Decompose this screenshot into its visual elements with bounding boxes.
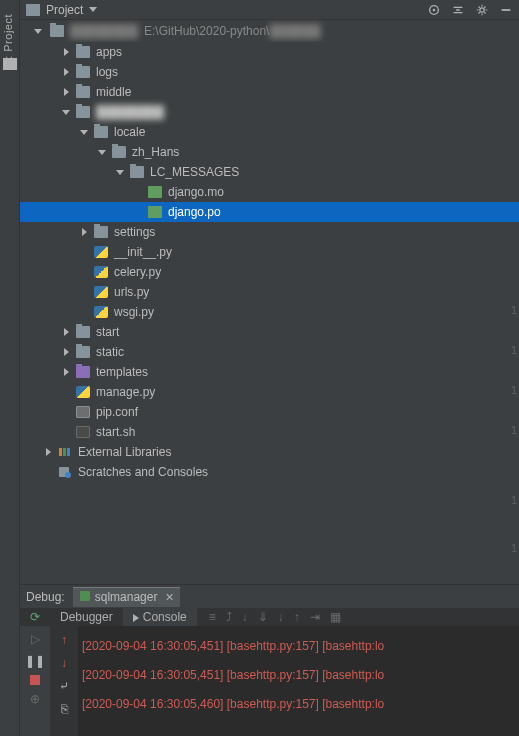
project-root-row[interactable]: ████████ E:\GitHub\2020-python\ ██████ [20, 20, 519, 42]
svg-point-2 [480, 7, 484, 11]
chevron-right-icon[interactable] [60, 46, 72, 58]
tree-node-label: locale [114, 125, 145, 139]
folder-icon [130, 166, 144, 178]
tree-row[interactable]: External Libraries [20, 442, 519, 462]
chevron-down-icon[interactable] [89, 7, 97, 12]
project-tree[interactable]: 1 1 appslogsmiddle████████localezh_HansL… [20, 42, 519, 584]
gear-icon[interactable] [475, 3, 489, 17]
svg-rect-3 [502, 9, 511, 11]
up-stack-icon[interactable]: ⤴ [226, 610, 232, 624]
step-into-icon[interactable]: ⇓ [258, 610, 268, 624]
tree-node-label: start [96, 325, 119, 339]
tree-node-label: External Libraries [78, 445, 171, 459]
tree-row[interactable]: start [20, 322, 519, 342]
tree-node-label: templates [96, 365, 148, 379]
po-icon [148, 206, 162, 218]
resume-icon[interactable]: ▷ [27, 631, 43, 647]
tree-row[interactable]: locale [20, 122, 519, 142]
chevron-right-icon[interactable] [60, 86, 72, 98]
layout-icon[interactable]: ▦ [330, 610, 341, 624]
pause-icon[interactable]: ❚❚ [27, 653, 43, 669]
po-icon [148, 186, 162, 198]
tree-row[interactable]: django.po [20, 202, 519, 222]
console-gutter: ↑ ↓ ⤶ ⎘ [50, 626, 78, 736]
tree-row[interactable]: start.sh1 [20, 422, 519, 442]
step-out-icon[interactable]: ↓ [278, 610, 284, 624]
chevron-down-icon[interactable] [96, 146, 108, 158]
chevron-right-icon[interactable] [78, 226, 90, 238]
arrow-up-icon[interactable]: ↑ [61, 633, 67, 647]
run-config-icon [79, 590, 91, 605]
tree-row[interactable]: templates [20, 362, 519, 382]
expand-all-icon[interactable] [451, 3, 465, 17]
project-path-tail-redacted: ██████ [269, 24, 320, 38]
view-breakpoints-icon[interactable]: ⊕ [27, 691, 43, 707]
debug-run-tab[interactable]: sqlmanager ✕ [73, 587, 181, 607]
tree-row[interactable]: manage.py1 [20, 382, 519, 402]
tree-row[interactable]: django.mo [20, 182, 519, 202]
tree-row[interactable]: middle [20, 82, 519, 102]
gutter-marker: 1 [511, 542, 517, 554]
tree-row[interactable]: __init__.py [20, 242, 519, 262]
tree-node-label: LC_MESSAGES [150, 165, 239, 179]
log-line: [2020-09-04 16:30:05,460] [basehttp.py:1… [82, 690, 515, 719]
log-line: [2020-09-04 16:30:05,451] [basehttp.py:1… [82, 661, 515, 690]
tree-row[interactable]: Scratches and Consoles [20, 462, 519, 482]
py-icon [94, 306, 108, 318]
chevron-right-icon[interactable] [60, 66, 72, 78]
filter-icon[interactable]: ≡ [209, 610, 216, 624]
tree-row[interactable]: wsgi.py1 [20, 302, 519, 322]
hide-icon[interactable] [499, 3, 513, 17]
tree-row[interactable]: urls.py [20, 282, 519, 302]
tab-console[interactable]: Console [123, 608, 197, 626]
tree-row[interactable]: ████████ [20, 102, 519, 122]
locate-icon[interactable] [427, 3, 441, 17]
tree-row[interactable]: logs [20, 62, 519, 82]
step-over-icon[interactable]: ↓ [242, 610, 248, 624]
tree-row[interactable]: settings [20, 222, 519, 242]
scroll-end-icon[interactable]: ⎘ [61, 702, 68, 716]
chevron-down-icon[interactable] [32, 25, 44, 37]
stop-icon[interactable] [30, 675, 40, 685]
tree-node-label: apps [96, 45, 122, 59]
left-tool-gutter: 1: Project [0, 0, 20, 736]
tree-node-label: django.mo [168, 185, 224, 199]
structure-tool-icon[interactable] [3, 58, 17, 70]
tree-row[interactable]: apps [20, 42, 519, 62]
chevron-right-icon[interactable] [60, 326, 72, 338]
close-icon[interactable]: ✕ [165, 591, 174, 604]
tree-row[interactable]: pip.conf [20, 402, 519, 422]
tree-row[interactable]: celery.py [20, 262, 519, 282]
folder-icon [76, 106, 90, 118]
console-left-toolbar: ▷ ❚❚ ⊕ [20, 626, 50, 736]
chevron-down-icon[interactable] [114, 166, 126, 178]
console-output[interactable]: [2020-09-04 16:30:05,451] [basehttp.py:1… [78, 626, 519, 736]
gutter-marker: 1 [511, 304, 517, 316]
chevron-right-icon[interactable] [60, 346, 72, 358]
chevron-down-icon[interactable] [78, 126, 90, 138]
tree-node-label: urls.py [114, 285, 149, 299]
arrow-down-icon[interactable]: ↓ [61, 656, 67, 670]
evaluate-icon[interactable]: ⇥ [310, 610, 320, 624]
tree-node-label: settings [114, 225, 155, 239]
tree-row[interactable]: static1 [20, 342, 519, 362]
svg-point-8 [65, 472, 71, 478]
chevron-right-icon[interactable] [60, 366, 72, 378]
tree-row[interactable]: zh_Hans [20, 142, 519, 162]
project-toolbar: Project [20, 0, 519, 20]
chevron-right-icon[interactable] [42, 446, 54, 458]
soft-wrap-icon[interactable]: ⤶ [59, 679, 69, 693]
tab-debugger[interactable]: Debugger [50, 608, 123, 626]
chevron-down-icon[interactable] [60, 106, 72, 118]
run-to-cursor-icon[interactable]: ↑ [294, 610, 300, 624]
tree-node-label: middle [96, 85, 131, 99]
svg-rect-6 [67, 448, 70, 456]
project-path: E:\GitHub\2020-python\ [144, 24, 269, 38]
project-dropdown-label[interactable]: Project [46, 3, 83, 17]
folder-icon [94, 126, 108, 138]
tree-node-label: pip.conf [96, 405, 138, 419]
rerun-icon[interactable]: ⟳ [30, 610, 40, 624]
sh-icon [76, 426, 90, 438]
tree-row[interactable]: LC_MESSAGES [20, 162, 519, 182]
debug-tab-label: sqlmanager [95, 590, 158, 604]
